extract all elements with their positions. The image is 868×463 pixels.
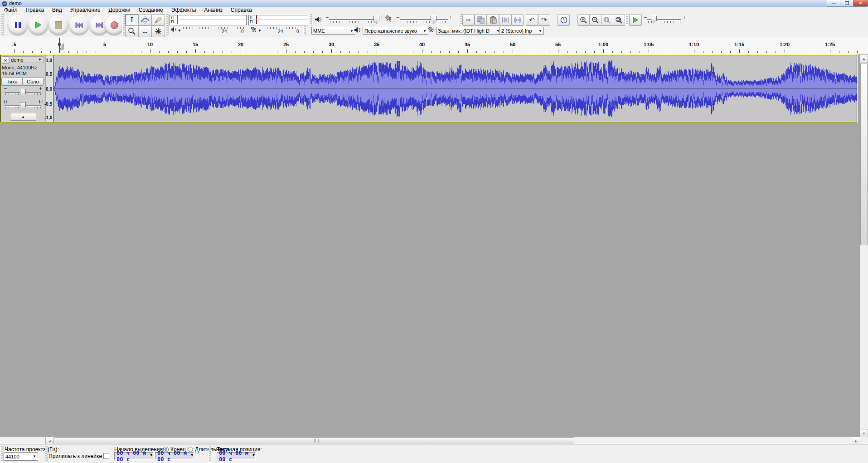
fit-selection-button[interactable] (601, 14, 613, 26)
menu-item-1[interactable]: Файл (0, 7, 22, 13)
timefield-arrow-icon[interactable]: ▼ (191, 453, 193, 457)
ruler-tick (812, 51, 812, 53)
audio-host-select[interactable]: MME▼ (311, 27, 355, 35)
sync-lock-button[interactable] (558, 14, 570, 26)
snap-to-checkbox[interactable] (103, 453, 109, 459)
meter-toolbar-grip[interactable] (166, 14, 169, 35)
recording-device-select[interactable]: Задн. мик. (IDT High D▼ (436, 27, 502, 35)
timefield-arrow-icon[interactable]: ▼ (150, 453, 152, 457)
ruler-tick (540, 51, 540, 53)
menu-item-3[interactable]: Вид (48, 7, 66, 13)
selection-end-timefield[interactable]: 00 ч 00 м 00 с▼ (155, 452, 194, 460)
track-solo-button[interactable]: Соло (22, 78, 44, 86)
ruler-tick (386, 51, 386, 53)
track-mute-button[interactable]: Тихо (1, 78, 23, 86)
recording-meter-dropdown-arrow-icon[interactable]: ▼ (258, 29, 262, 33)
menu-item-6[interactable]: Создание (135, 7, 167, 13)
redo-button[interactable]: ↷ (538, 14, 550, 26)
project-rate-select[interactable]: 44100▼ (4, 452, 38, 461)
menu-item-2[interactable]: Правка (22, 7, 48, 13)
trim-audio-button[interactable] (499, 14, 511, 26)
timeline-label-30: 30 (329, 42, 334, 47)
ruler-tick (313, 51, 314, 53)
ruler-tick (748, 51, 749, 53)
recording-channels-select[interactable]: 2 (Stereo) Inp▼ (499, 27, 544, 35)
skip-to-start-button[interactable] (69, 15, 89, 35)
mixer-mic-icon (384, 15, 393, 24)
timefield-arrow-icon[interactable]: ▼ (252, 453, 255, 457)
selection-start-timefield[interactable]: 00 ч 00 м 00 с▼ (114, 452, 153, 460)
position-section-grip[interactable] (209, 446, 211, 462)
ruler-tick (87, 51, 87, 53)
menu-item-5[interactable]: Дорожки (105, 7, 135, 13)
play-button[interactable] (28, 15, 48, 35)
envelope-tool-button[interactable] (138, 14, 152, 26)
output-volume-slider[interactable] (329, 19, 379, 20)
playback-meter[interactable]: Л П (170, 15, 247, 25)
fit-project-button[interactable] (613, 14, 625, 26)
playback-device-select[interactable]: Переназначение звуко▼ (363, 27, 428, 35)
device-toolbar-grip[interactable] (303, 26, 306, 35)
time-shift-tool-button[interactable]: ↔ (138, 25, 152, 37)
ruler-tick (676, 51, 676, 53)
current-position-timefield[interactable]: 00 ч 00 м 00 с▼ (217, 452, 256, 460)
collapse-arrow-icon: ▲ (21, 115, 25, 119)
multi-tool-button[interactable] (151, 25, 165, 37)
output-volume-minus: − (325, 15, 329, 19)
ruler-tick (241, 49, 241, 53)
current-position-value: 00 ч 00 м 00 с (219, 450, 255, 463)
playback-meter-dropdown-arrow-icon[interactable]: ▼ (178, 29, 181, 33)
device-speaker-icon (354, 27, 361, 33)
track-collapse-button[interactable]: ▲ (10, 113, 36, 121)
play-icon (34, 21, 42, 29)
cut-button[interactable]: ✂ (462, 14, 475, 26)
ruler-tick (467, 49, 468, 53)
recording-meter-min: -24 (276, 29, 283, 34)
ruler-tick (449, 51, 450, 53)
draw-tool-button[interactable] (151, 14, 165, 26)
ruler-tick (531, 51, 531, 53)
silence-audio-button[interactable] (511, 14, 524, 26)
transcription-toolbar-grip[interactable] (626, 14, 628, 25)
ruler-tick (50, 51, 51, 53)
timeline-label-50: 50 (510, 42, 515, 47)
timeline-label-35: 35 (374, 42, 379, 47)
ruler-tick (794, 51, 794, 53)
zoom-tool-button[interactable] (125, 25, 139, 37)
dropdown-arrow-icon: ▼ (537, 29, 542, 33)
zoom-out-button[interactable] (589, 14, 601, 26)
menu-item-4[interactable]: Управление (66, 7, 105, 13)
mixer-toolbar-grip[interactable] (309, 14, 312, 25)
zoom-in-button[interactable] (577, 14, 590, 26)
track-close-button[interactable]: × (2, 56, 9, 64)
transport-toolbar-grip[interactable] (1, 14, 4, 35)
snap-section-grip[interactable] (45, 446, 48, 462)
skip-to-end-icon (96, 22, 103, 28)
ruler-tick (114, 51, 114, 53)
minimize-button[interactable]: — (827, 0, 840, 7)
undo-button[interactable]: ↶ (526, 14, 538, 26)
close-button[interactable]: ✕ (853, 0, 868, 7)
horizontal-scrollbar-thumb[interactable] (53, 437, 574, 444)
ruler-tick (395, 51, 395, 53)
ruler-tick (621, 51, 622, 53)
waveform-canvas[interactable] (53, 55, 857, 122)
menu-item-7[interactable]: Эффекты (167, 7, 200, 13)
play-at-speed-button[interactable] (629, 14, 642, 26)
input-volume-slider[interactable] (400, 19, 448, 20)
track-title-menu[interactable]: demo ▼ (9, 56, 44, 63)
stop-button[interactable] (48, 15, 68, 35)
paste-button[interactable] (487, 14, 499, 26)
recording-meter[interactable]: Л П (248, 15, 308, 25)
pause-button[interactable] (8, 15, 28, 35)
copy-button[interactable] (475, 14, 487, 26)
menu-item-9[interactable]: Справка (227, 7, 256, 13)
timeline-ruler[interactable]: -505101520253035404550551:001:051:101:15… (0, 38, 868, 54)
record-button[interactable] (104, 15, 124, 35)
vertical-scrollbar-thumb[interactable] (860, 63, 868, 245)
timeline-label-15: 15 (193, 42, 198, 47)
scroll-up-button[interactable]: ▲ (860, 54, 868, 63)
selection-tool-button[interactable]: I (125, 14, 139, 26)
maximize-button[interactable] (840, 0, 853, 7)
menu-item-8[interactable]: Анализ (200, 7, 227, 13)
